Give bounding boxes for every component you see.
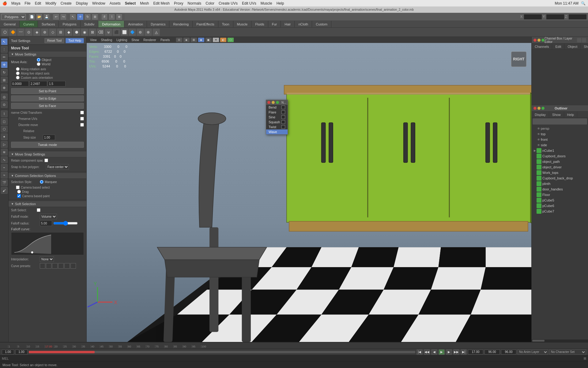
fluid-icon[interactable]: ∿: [1, 156, 8, 163]
move-axis-world[interactable]: World: [37, 62, 51, 66]
shelf-icon-5[interactable]: ◈: [33, 29, 40, 36]
outliner-item-pcube7[interactable]: pCube7: [532, 209, 588, 214]
along-rotation-radio[interactable]: [16, 67, 20, 71]
tab-animation[interactable]: Animation: [124, 21, 147, 27]
tab-deformation[interactable]: Deformation: [98, 21, 124, 27]
outliner-tab-show[interactable]: Show: [549, 112, 564, 117]
menu-color[interactable]: Color: [205, 1, 214, 6]
poly-icon[interactable]: ⬡: [1, 126, 8, 132]
vp-icon-5[interactable]: ▣: [205, 37, 212, 42]
snap-grid[interactable]: #: [101, 13, 108, 20]
shelf-icon-2[interactable]: 🔶: [9, 29, 17, 36]
anim-layer-select[interactable]: No Anim Layer: [518, 349, 548, 355]
cb-tab-channels[interactable]: Channels: [532, 44, 552, 49]
paint-effects-icon[interactable]: 🖌: [1, 187, 8, 194]
z-field[interactable]: [568, 14, 587, 20]
prev-key-btn[interactable]: ◀◀: [424, 349, 430, 355]
timeline-ticks-row[interactable]: 1 5 10 15 17.00 20 25 30 35 40 45 50 55 …: [0, 342, 588, 348]
tab-subdiv[interactable]: Subdiv: [81, 21, 99, 27]
cb-icon-2[interactable]: [582, 38, 586, 42]
cb-tab-show[interactable]: Show: [581, 44, 588, 49]
apple-menu[interactable]: 🍎: [2, 1, 7, 6]
render-icon[interactable]: 🎬: [1, 179, 8, 186]
shelf-icon-14[interactable]: ⊎: [105, 29, 112, 36]
save-btn[interactable]: 💾: [43, 13, 50, 20]
mel-input[interactable]: [11, 357, 584, 360]
menu-select[interactable]: Select: [125, 1, 136, 6]
deformer-flare[interactable]: Flare: [266, 110, 288, 115]
next-frame-btn[interactable]: ▶: [446, 349, 452, 355]
menu-muscle[interactable]: Muscle: [261, 1, 272, 6]
tool-help-btn[interactable]: Tool Help: [66, 38, 84, 43]
discrete-move-check[interactable]: [80, 123, 84, 127]
deformer-bend[interactable]: Bend: [266, 105, 288, 110]
falloff-radius-slider[interactable]: [53, 221, 78, 225]
cloth-icon[interactable]: ≋: [1, 149, 8, 155]
tab-toon[interactable]: Toon: [218, 21, 233, 27]
menu-file[interactable]: File: [24, 1, 30, 6]
camera-paint-label[interactable]: Camera based paint: [17, 194, 84, 198]
snap-point[interactable]: ⊕: [116, 13, 123, 20]
move-axis-object[interactable]: Object: [37, 58, 51, 62]
tab-polygons[interactable]: Polygons: [59, 21, 80, 27]
outliner-min-dot[interactable]: [537, 107, 541, 110]
shelf-icon-17[interactable]: 🔷: [129, 29, 136, 36]
tab-fluids[interactable]: Fluids: [251, 21, 268, 27]
cb-max-dot[interactable]: [541, 39, 545, 42]
outliner-tab-help[interactable]: Help: [564, 112, 578, 117]
soft-select-check[interactable]: [37, 208, 40, 212]
sculpt-icon[interactable]: ✦: [1, 133, 8, 140]
rotate-tool[interactable]: ↻: [84, 13, 91, 20]
soft-select-icon[interactable]: ◎: [1, 94, 8, 100]
mode-dropdown[interactable]: Polygons: [1, 14, 26, 20]
deformer-wave[interactable]: Wave: [266, 129, 288, 134]
falloff-curve-container[interactable]: [11, 232, 84, 255]
outliner-tab-display[interactable]: Display: [532, 112, 549, 117]
jump-start-btn[interactable]: |◀: [417, 349, 423, 355]
preset-5[interactable]: [64, 263, 70, 269]
range-end-input2[interactable]: [501, 350, 516, 355]
outliner-hscroll-thumb[interactable]: [532, 340, 545, 342]
vp-shading-btn[interactable]: Shading: [100, 37, 113, 42]
shelf-icon-3[interactable]: 〰: [17, 29, 24, 36]
falloff-mode-select[interactable]: Volume: [40, 214, 57, 219]
tab-rendering[interactable]: Rendering: [169, 21, 193, 27]
marquee-radio[interactable]: [40, 180, 43, 184]
marquee-radio-label[interactable]: Marquee: [40, 180, 57, 184]
tab-hair[interactable]: Hair: [281, 21, 295, 27]
shelf-icon-20[interactable]: ◬: [153, 29, 160, 36]
menu-create[interactable]: Create: [61, 1, 72, 6]
outliner-item-top[interactable]: 👁 top: [532, 131, 588, 137]
deformer-expand-dot[interactable]: [276, 101, 279, 104]
y-value[interactable]: [29, 81, 47, 86]
outliner-hscroll[interactable]: [532, 339, 588, 342]
tweak-mode-btn[interactable]: Tweak mode: [11, 142, 84, 148]
vp-icon-6[interactable]: ☀: [213, 37, 219, 42]
vp-show-btn[interactable]: Show: [130, 37, 140, 42]
menu-proxy[interactable]: Proxy: [174, 1, 183, 6]
deformer-sine[interactable]: Sine: [266, 115, 288, 120]
vp-panels-btn[interactable]: Panels: [160, 37, 171, 42]
outliner-item-side[interactable]: 👁 side: [532, 142, 588, 148]
range-start-input[interactable]: [2, 350, 14, 355]
vp-icon-8[interactable]: ⬡: [227, 37, 234, 42]
shelf-icon-11[interactable]: ◉: [81, 29, 88, 36]
shelf-icon-13[interactable]: ⌫: [97, 29, 104, 36]
shelf-icon-19[interactable]: ⊗: [145, 29, 152, 36]
preserve-uvs-check[interactable]: [80, 117, 84, 121]
shelf-icon-16[interactable]: ⬜: [121, 29, 128, 36]
new-scene-btn[interactable]: 📄: [28, 13, 35, 20]
tab-muscle[interactable]: Muscle: [233, 21, 252, 27]
y-field[interactable]: [546, 14, 564, 20]
tab-dynamics[interactable]: Dynamics: [147, 21, 169, 27]
along-live-radio[interactable]: [16, 71, 20, 75]
paint-icon[interactable]: ✏: [1, 54, 8, 60]
scale-tool[interactable]: ⊞: [92, 13, 98, 20]
next-key-btn[interactable]: ▶▶: [453, 349, 459, 355]
open-btn[interactable]: 📂: [36, 13, 43, 20]
menu-edit[interactable]: Edit: [35, 1, 41, 6]
preset-6[interactable]: [70, 263, 76, 269]
interpolation-select[interactable]: None: [40, 256, 54, 262]
preserve-child-check[interactable]: [80, 111, 84, 114]
shelf-icon-15[interactable]: ⬛: [113, 29, 120, 36]
